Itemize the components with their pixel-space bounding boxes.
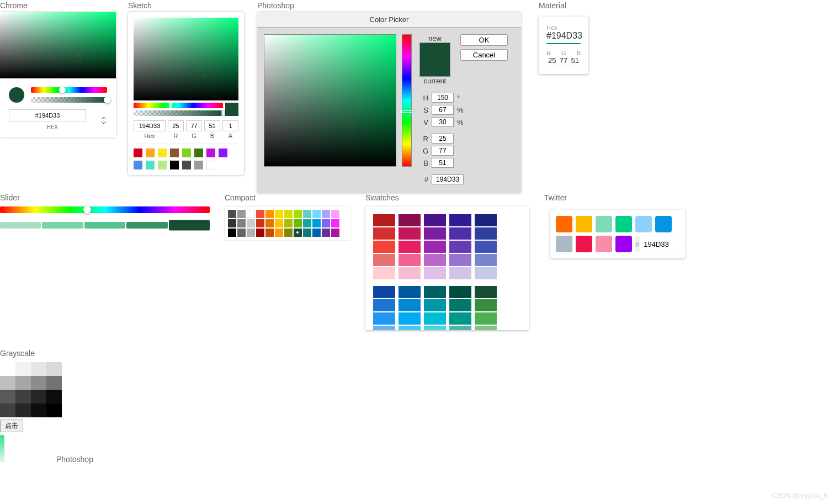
twitter-swatch[interactable] xyxy=(556,216,572,232)
compact-swatch[interactable] xyxy=(265,219,274,227)
sketch-preset-swatch[interactable] xyxy=(219,148,227,157)
sketch-saturation[interactable] xyxy=(134,18,238,100)
photoshop-hue-handle[interactable] xyxy=(400,110,413,113)
compact-swatch[interactable] xyxy=(284,219,293,227)
grayscale-swatch[interactable] xyxy=(0,390,15,404)
swatches-swatch[interactable] xyxy=(449,254,471,266)
compact-swatch[interactable] xyxy=(322,219,330,227)
sketch-preset-swatch[interactable] xyxy=(146,148,155,157)
compact-swatch[interactable] xyxy=(303,229,311,237)
sketch-hue-slider[interactable] xyxy=(134,103,223,108)
twitter-swatch[interactable] xyxy=(596,216,612,232)
grayscale-swatch[interactable] xyxy=(0,376,15,390)
grayscale-swatch[interactable] xyxy=(46,404,62,417)
compact-swatch[interactable] xyxy=(284,210,293,218)
sketch-preset-swatch[interactable] xyxy=(170,161,179,169)
ps-b-input[interactable] xyxy=(432,158,454,168)
grayscale-swatch[interactable] xyxy=(31,390,46,404)
sketch-preset-swatch[interactable] xyxy=(194,148,203,157)
photoshop-saturation-pointer[interactable] xyxy=(349,124,355,130)
photoshop-ok-button[interactable]: OK xyxy=(460,34,508,46)
compact-swatch[interactable] xyxy=(331,219,339,227)
swatches-swatch[interactable] xyxy=(373,267,395,279)
swatches-swatch[interactable] xyxy=(475,299,497,311)
twitter-hex-input[interactable] xyxy=(639,236,683,252)
mini-gradient[interactable] xyxy=(0,435,4,463)
swatches-swatch[interactable] xyxy=(449,214,471,226)
compact-swatch[interactable] xyxy=(312,219,321,227)
swatches-swatch[interactable] xyxy=(475,312,497,325)
sketch-preset-swatch[interactable] xyxy=(134,148,142,157)
sketch-b-input[interactable] xyxy=(204,120,220,131)
material-b-value[interactable]: 51 xyxy=(569,56,581,66)
slider-shade-swatch[interactable] xyxy=(42,222,83,229)
compact-swatch[interactable] xyxy=(294,229,302,237)
compact-swatch[interactable] xyxy=(228,219,236,227)
swatches-swatch[interactable] xyxy=(475,241,497,253)
swatches-swatch[interactable] xyxy=(373,241,395,253)
sketch-g-input[interactable] xyxy=(186,120,202,131)
swatches-swatch[interactable] xyxy=(373,326,395,330)
compact-swatch[interactable] xyxy=(237,229,246,237)
ps-s-input[interactable] xyxy=(432,105,454,115)
compact-swatch[interactable] xyxy=(284,229,293,237)
swatches-swatch[interactable] xyxy=(373,254,395,266)
compact-swatch[interactable] xyxy=(322,210,330,218)
swatches-swatch[interactable] xyxy=(373,312,395,325)
swatches-swatch[interactable] xyxy=(399,286,421,298)
ps-v-input[interactable] xyxy=(432,117,454,127)
compact-swatch[interactable] xyxy=(237,210,246,218)
compact-swatch[interactable] xyxy=(265,229,274,237)
grayscale-swatch[interactable] xyxy=(46,376,62,390)
swatches-swatch[interactable] xyxy=(449,312,471,325)
chrome-hue-slider[interactable] xyxy=(31,87,107,93)
sketch-preset-swatch[interactable] xyxy=(182,148,191,157)
compact-swatch[interactable] xyxy=(312,229,321,237)
swatches-swatch[interactable] xyxy=(424,267,446,279)
grayscale-swatch[interactable] xyxy=(31,362,46,376)
photoshop-saturation[interactable] xyxy=(264,34,396,167)
swatches-swatch[interactable] xyxy=(449,267,471,279)
sketch-alpha-handle[interactable] xyxy=(221,110,225,116)
swatches-swatch[interactable] xyxy=(475,267,497,279)
twitter-swatch[interactable] xyxy=(556,236,572,252)
slider-shade-swatch[interactable] xyxy=(84,222,125,229)
sketch-preset-swatch[interactable] xyxy=(158,161,167,169)
chrome-hex-input[interactable] xyxy=(9,109,86,121)
swatches-swatch[interactable] xyxy=(424,312,446,325)
swatches-swatch[interactable] xyxy=(399,227,421,240)
swatches-swatch[interactable] xyxy=(424,254,446,266)
swatches-swatch[interactable] xyxy=(399,326,421,330)
swatches-swatch[interactable] xyxy=(373,214,395,226)
grayscale-swatch[interactable] xyxy=(31,404,46,417)
swatches-swatch[interactable] xyxy=(449,326,471,330)
sketch-a-input[interactable] xyxy=(222,120,238,131)
twitter-swatch[interactable] xyxy=(615,216,632,232)
compact-swatch[interactable] xyxy=(228,210,236,218)
compact-swatch[interactable] xyxy=(247,229,255,237)
chrome-saturation[interactable] xyxy=(0,12,116,78)
slider-hue[interactable] xyxy=(0,206,210,213)
compact-swatch[interactable] xyxy=(275,229,283,237)
swatches-swatch[interactable] xyxy=(373,299,395,311)
material-r-value[interactable]: 25 xyxy=(546,56,558,66)
slider-shade-swatch[interactable] xyxy=(0,222,41,229)
sketch-alpha-slider[interactable] xyxy=(134,110,223,116)
compact-swatch[interactable] xyxy=(256,229,264,237)
compact-swatch[interactable] xyxy=(228,229,236,237)
compact-swatch[interactable] xyxy=(303,210,311,218)
twitter-swatch[interactable] xyxy=(635,216,652,232)
twitter-swatch[interactable] xyxy=(596,236,612,252)
compact-swatch[interactable] xyxy=(275,210,283,218)
chrome-alpha-slider[interactable] xyxy=(31,97,107,103)
photoshop-hue-slider[interactable] xyxy=(402,34,412,167)
sketch-r-input[interactable] xyxy=(168,120,184,131)
swatches-swatch[interactable] xyxy=(424,214,446,226)
sketch-preset-swatch[interactable] xyxy=(146,161,155,169)
swatches-swatch[interactable] xyxy=(399,254,421,266)
swatches-swatch[interactable] xyxy=(449,286,471,298)
sketch-preset-swatch[interactable] xyxy=(170,148,179,157)
sketch-hex-input[interactable] xyxy=(134,120,166,131)
swatches-swatch[interactable] xyxy=(424,227,446,240)
twitter-swatch[interactable] xyxy=(576,236,592,252)
